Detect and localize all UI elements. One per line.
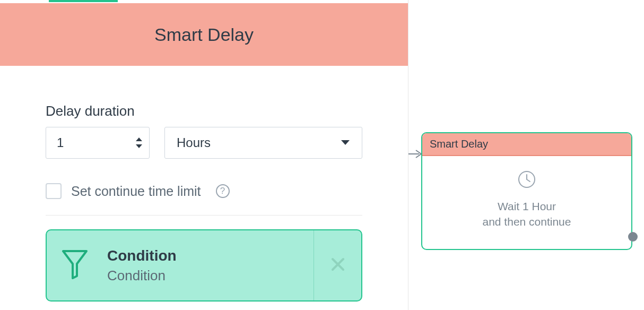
continue-limit-checkbox[interactable]: [46, 183, 62, 199]
duration-value-stepper[interactable]: 1: [46, 127, 150, 159]
flow-arrow-in-icon: [408, 149, 422, 161]
stepper-down-icon[interactable]: [135, 144, 143, 149]
continue-limit-label: Set continue time limit: [71, 184, 201, 199]
node-line2: and then continue: [483, 216, 571, 228]
section-divider: [46, 215, 362, 216]
smart-delay-node[interactable]: Smart Delay Wait 1 Hour and then continu…: [421, 132, 632, 250]
help-icon[interactable]: ?: [216, 184, 230, 198]
panel-title: Smart Delay: [154, 24, 254, 45]
condition-card[interactable]: Condition Condition: [46, 229, 362, 302]
node-line1: Wait 1 Hour: [498, 200, 556, 212]
panel-header: Smart Delay: [0, 3, 408, 66]
node-body: Wait 1 Hour and then continue: [422, 156, 631, 249]
duration-unit-value: Hours: [177, 135, 341, 150]
condition-remove-button[interactable]: [314, 230, 361, 300]
condition-title: Condition: [107, 247, 314, 264]
node-description: Wait 1 Hour and then continue: [483, 199, 571, 230]
duration-unit-select[interactable]: Hours: [164, 127, 362, 159]
close-icon: [330, 257, 345, 274]
condition-subtitle: Condition: [107, 268, 314, 284]
node-header: Smart Delay: [422, 133, 631, 156]
node-output-connector[interactable]: [628, 232, 638, 242]
stepper-up-icon[interactable]: [135, 137, 143, 142]
flow-canvas[interactable]: Smart Delay Wait 1 Hour and then continu…: [408, 0, 644, 310]
config-panel: Smart Delay Delay duration 1 Hours: [0, 0, 408, 310]
duration-row: 1 Hours: [46, 127, 362, 159]
condition-text: Condition Condition: [107, 247, 314, 284]
chevron-down-icon: [341, 138, 350, 148]
active-tab-indicator: [49, 0, 118, 2]
duration-label: Delay duration: [46, 103, 362, 119]
funnel-icon: [62, 249, 88, 281]
continue-limit-row: Set continue time limit ?: [46, 183, 362, 199]
clock-icon: [517, 170, 536, 191]
stepper-controls: [135, 137, 143, 149]
panel-body: Delay duration 1 Hours: [0, 66, 408, 302]
duration-value: 1: [57, 135, 135, 150]
